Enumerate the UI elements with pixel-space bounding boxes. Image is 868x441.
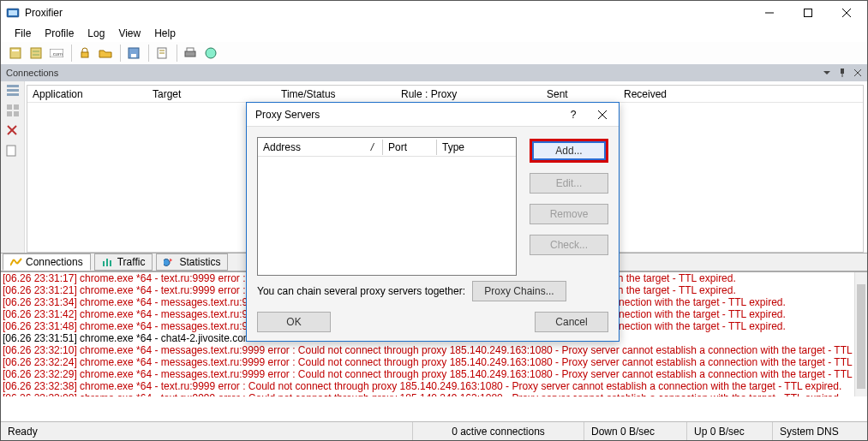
svg-rect-30 <box>14 104 19 110</box>
dialog-help-button[interactable]: ? <box>559 104 588 126</box>
ok-button[interactable]: OK <box>257 312 331 332</box>
tab-statistics-icon <box>164 258 176 266</box>
tab-connections[interactable]: Connections <box>3 253 91 271</box>
toolbar-sep <box>120 45 121 62</box>
col-sent[interactable]: Sent <box>542 86 619 102</box>
gutter-delete-icon[interactable] <box>6 124 20 138</box>
check-button[interactable]: Check... <box>530 235 608 255</box>
tab-connections-label: Connections <box>26 256 83 268</box>
toolbar-sep <box>148 45 149 62</box>
gutter-doc-icon[interactable] <box>6 145 20 158</box>
proxy-list-header: Address / Port Type <box>258 138 516 157</box>
svg-rect-3 <box>804 9 811 17</box>
svg-rect-39 <box>103 261 105 266</box>
gutter-list-icon[interactable] <box>6 83 20 97</box>
log-line[interactable]: [06.26 23:33:00] chrome.exe *64 - text.r… <box>3 392 867 396</box>
toolbar-servers-icon[interactable] <box>6 44 25 63</box>
svg-rect-40 <box>106 259 108 266</box>
svg-rect-35 <box>7 146 15 156</box>
menu-help[interactable]: Help <box>147 26 183 41</box>
col-address[interactable]: Address / <box>258 140 382 155</box>
connections-panel-title: Connections <box>6 68 58 78</box>
connections-list-header: Application Target Time/Status Rule : Pr… <box>27 86 863 103</box>
gutter-grid-icon[interactable] <box>6 104 20 117</box>
dialog-title: Proxy Servers <box>255 109 320 121</box>
menu-file[interactable]: File <box>8 26 38 41</box>
svg-rect-27 <box>7 89 19 92</box>
tab-statistics[interactable]: Statistics <box>156 253 228 271</box>
svg-point-21 <box>206 48 216 58</box>
window-minimize-button[interactable] <box>750 1 788 25</box>
svg-rect-28 <box>7 93 19 96</box>
svg-rect-13 <box>81 52 88 57</box>
left-gutter <box>1 81 25 253</box>
add-button[interactable]: Add... <box>530 139 608 163</box>
tab-traffic-label: Traffic <box>117 256 146 268</box>
svg-rect-22 <box>841 69 844 74</box>
col-port[interactable]: Port <box>383 140 436 155</box>
svg-rect-7 <box>12 50 19 51</box>
toolbar-print-icon[interactable] <box>181 44 200 63</box>
status-active-connections: 0 active connections <box>413 422 584 440</box>
col-address-label: Address <box>263 141 301 153</box>
toolbar-folder-icon[interactable] <box>96 44 115 63</box>
dialog-title-bar[interactable]: Proxy Servers ? <box>247 103 619 127</box>
window-maximize-button[interactable] <box>788 1 827 25</box>
title-bar: Proxifier <box>1 1 867 25</box>
svg-rect-15 <box>131 54 136 57</box>
chain-row: You can chain several proxy servers toge… <box>257 281 608 301</box>
window-close-button[interactable] <box>827 1 865 25</box>
col-application[interactable]: Application <box>27 86 147 102</box>
toolbar-lock-icon[interactable] <box>75 44 94 63</box>
connections-panel-header: Connections <box>1 64 867 81</box>
svg-rect-29 <box>7 104 12 110</box>
status-up: Up 0 B/sec <box>687 422 773 440</box>
menu-log[interactable]: Log <box>81 26 111 41</box>
log-line[interactable]: [06.26 23:32:24] chrome.exe *64 - messag… <box>3 356 867 368</box>
proxy-servers-dialog: Proxy Servers ? Address / Port Type Add.… <box>246 102 620 342</box>
svg-rect-8 <box>31 48 41 58</box>
col-received[interactable]: Received <box>619 86 863 102</box>
toolbar-rules-icon[interactable] <box>27 44 45 63</box>
svg-text:.com: .com <box>51 51 63 57</box>
toolbar-globe-icon[interactable] <box>201 44 220 63</box>
toolbar-com-icon[interactable]: .com <box>47 44 66 63</box>
scrollbar-thumb[interactable] <box>857 284 865 389</box>
col-rule-proxy[interactable]: Rule : Proxy <box>396 86 542 102</box>
menu-view[interactable]: View <box>111 26 147 41</box>
svg-rect-1 <box>9 10 17 15</box>
toolbar-sep <box>177 45 177 62</box>
svg-rect-41 <box>110 260 111 266</box>
toolbar-doc-icon[interactable] <box>153 44 171 63</box>
cancel-button[interactable]: Cancel <box>535 312 608 332</box>
col-type[interactable]: Type <box>437 140 516 155</box>
menu-bar: File Profile Log View Help <box>1 25 867 42</box>
menu-profile[interactable]: Profile <box>38 26 81 41</box>
log-scrollbar-vertical[interactable] <box>854 272 867 396</box>
svg-rect-26 <box>7 85 19 87</box>
app-title: Proxifier <box>25 7 63 19</box>
sort-indicator-icon: / <box>371 141 374 153</box>
svg-rect-19 <box>185 51 195 57</box>
tab-connections-icon <box>10 258 22 266</box>
toolbar-sep <box>71 45 72 62</box>
chain-label: You can chain several proxy servers toge… <box>257 285 465 297</box>
remove-button[interactable]: Remove <box>530 204 608 224</box>
proxy-chains-button[interactable]: Proxy Chains... <box>472 281 566 301</box>
col-target[interactable]: Target <box>147 86 276 102</box>
svg-rect-20 <box>187 48 194 51</box>
panel-pin-icon[interactable] <box>836 67 848 79</box>
log-line[interactable]: [06.26 23:32:38] chrome.exe *64 - text.r… <box>3 380 867 392</box>
toolbar-save-icon[interactable] <box>124 44 143 63</box>
dialog-ok-cancel-row: OK Cancel <box>257 312 608 332</box>
col-time-status[interactable]: Time/Status <box>276 86 396 102</box>
help-icon: ? <box>571 109 577 121</box>
proxy-list[interactable]: Address / Port Type <box>257 137 517 276</box>
tab-traffic[interactable]: Traffic <box>94 253 153 271</box>
panel-close-icon[interactable] <box>852 67 864 79</box>
panel-dropdown-icon[interactable] <box>821 67 833 79</box>
dialog-close-button[interactable] <box>588 104 617 126</box>
log-line[interactable]: [06.26 23:32:29] chrome.exe *64 - messag… <box>3 368 867 380</box>
log-line[interactable]: [06.26 23:32:10] chrome.exe *64 - messag… <box>3 344 867 356</box>
edit-button[interactable]: Edit... <box>530 173 608 194</box>
